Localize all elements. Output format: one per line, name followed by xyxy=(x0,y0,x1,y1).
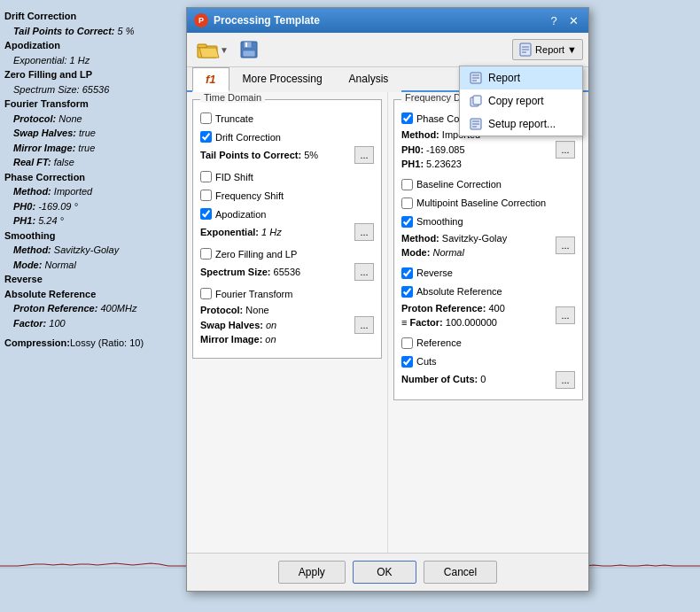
help-button[interactable]: ? xyxy=(546,12,562,28)
drift-correction-section: Drift Correction Tail Points to Correct:… xyxy=(200,131,374,164)
smoothing-section: Smoothing Method: Savitzky-Golay Mode: N… xyxy=(401,216,575,260)
absolute-reference-params: Proton Reference: 400 ≡ Factor: 100.0000… xyxy=(401,301,556,330)
absolute-reference-dots-button[interactable]: ... xyxy=(556,306,575,324)
phase-correction-dots-button[interactable]: ... xyxy=(556,141,575,159)
multipoint-baseline-checkbox-label[interactable]: Multipoint Baseline Correction xyxy=(401,198,575,209)
tab-analysis[interactable]: Analysis xyxy=(336,67,402,92)
apodization-title: Apodization xyxy=(4,38,177,53)
abs-ref-title: Absolute Reference xyxy=(4,287,177,302)
absolute-reference-checkbox[interactable] xyxy=(401,286,413,298)
cancel-button[interactable]: Cancel xyxy=(424,561,497,584)
frequency-shift-checkbox-label[interactable]: Frequency Shift xyxy=(200,190,374,201)
dropdown-item-report[interactable]: Report xyxy=(460,66,582,89)
cuts-checkbox-label[interactable]: Cuts xyxy=(401,356,575,368)
tab-f1[interactable]: f1 xyxy=(192,67,229,92)
fid-shift-checkbox-label[interactable]: FID Shift xyxy=(200,171,374,182)
svg-rect-3 xyxy=(198,44,206,48)
toolbar: ▼ Report xyxy=(187,33,588,67)
dropdown-item-setup-report[interactable]: Setup report... xyxy=(460,112,582,136)
apply-button[interactable]: Apply xyxy=(278,561,346,584)
processing-template-dialog: P Processing Template ? ✕ ▼ xyxy=(186,7,589,592)
left-info-panel: Drift Correction Tail Points to Correct:… xyxy=(4,9,177,351)
fourier-params: Protocol: None Swap Halves: on Mirror Im… xyxy=(200,303,354,347)
report-menu-icon xyxy=(469,71,483,85)
smoothing-checkbox[interactable] xyxy=(401,216,413,228)
phase-correction-checkbox[interactable] xyxy=(401,112,413,124)
drift-correction-title: Drift Correction xyxy=(4,9,177,24)
truncate-checkbox-label[interactable]: Truncate xyxy=(200,112,374,124)
multipoint-baseline-checkbox[interactable] xyxy=(401,198,413,209)
report-icon xyxy=(518,43,533,57)
zero-filling-section: Zero Filling and LP Spectrum Size: 65536… xyxy=(200,248,374,281)
smoothing-checkbox-label[interactable]: Smoothing xyxy=(401,216,575,228)
zero-filling-dots-button[interactable]: ... xyxy=(354,263,374,281)
fourier-checkbox[interactable] xyxy=(200,288,212,299)
absolute-reference-checkbox-label[interactable]: Absolute Reference xyxy=(401,286,575,298)
reverse-checkbox-label[interactable]: Reverse xyxy=(401,267,575,279)
ok-button[interactable]: OK xyxy=(353,561,416,584)
report-dropdown-container: Report ▼ Report xyxy=(512,39,583,60)
tail-points-label: Tail Points to Correct: 5 % xyxy=(13,26,135,36)
cuts-dots-button[interactable]: ... xyxy=(556,371,575,389)
frequency-shift-checkbox[interactable] xyxy=(200,190,212,201)
cuts-params: Number of Cuts: 0 xyxy=(401,372,556,387)
drift-correction-checkbox[interactable] xyxy=(200,131,212,143)
time-domain-group: Time Domain Truncate Drift C xyxy=(192,99,382,359)
apodization-value: Exponential: 1 Hz xyxy=(13,55,89,66)
zero-filling-checkbox[interactable] xyxy=(200,248,212,260)
setup-report-icon xyxy=(469,117,483,131)
apodization-checkbox-label[interactable]: Apodization xyxy=(200,208,374,220)
zero-filling-params: Spectrum Size: 65536 xyxy=(200,265,354,280)
fid-shift-checkbox[interactable] xyxy=(200,171,212,182)
phase-title: Phase Correction xyxy=(4,170,177,185)
drift-correction-checkbox-label[interactable]: Drift Correction xyxy=(200,131,374,143)
report-dropdown-menu: Report Copy report xyxy=(459,66,583,136)
apodization-params: Exponential: 1 Hz xyxy=(200,225,354,240)
cuts-checkbox[interactable] xyxy=(401,356,413,368)
folder-dropdown-arrow: ▼ xyxy=(220,45,229,55)
report-dropdown-arrow: ▼ xyxy=(567,44,577,55)
absolute-reference-section: Absolute Reference Proton Reference: 400… xyxy=(401,286,575,330)
tab-more-processing[interactable]: More Processing xyxy=(229,67,336,92)
cuts-section: Cuts Number of Cuts: 0 ... xyxy=(401,356,575,389)
reverse-checkbox[interactable] xyxy=(401,267,413,279)
reverse-section: Reverse xyxy=(401,267,575,279)
fourier-dots-button[interactable]: ... xyxy=(354,316,374,334)
fid-shift-section: FID Shift xyxy=(200,171,374,182)
smoothing-dots-button[interactable]: ... xyxy=(556,236,575,254)
truncate-section: Truncate xyxy=(200,112,374,124)
apodization-checkbox[interactable] xyxy=(200,208,212,220)
baseline-correction-checkbox-label[interactable]: Baseline Correction xyxy=(401,179,575,190)
reverse-title: Reverse xyxy=(4,272,177,287)
left-column: Time Domain Truncate Drift C xyxy=(187,92,388,553)
reference-checkbox[interactable] xyxy=(401,337,413,349)
reference-checkbox-label[interactable]: Reference xyxy=(401,337,575,349)
baseline-correction-checkbox[interactable] xyxy=(401,179,413,190)
apodization-dots-button[interactable]: ... xyxy=(354,223,374,241)
spectrum-size-value: Spectrum Size: 65536 xyxy=(13,84,109,95)
time-domain-title: Time Domain xyxy=(200,92,265,103)
dialog-titlebar: P Processing Template ? ✕ xyxy=(187,8,588,33)
baseline-correction-section: Baseline Correction xyxy=(401,179,575,190)
save-button[interactable] xyxy=(235,36,263,63)
folder-open-icon xyxy=(197,41,222,58)
report-button[interactable]: Report ▼ xyxy=(512,39,583,60)
report-button-label: Report xyxy=(535,44,564,55)
zero-filling-checkbox-label[interactable]: Zero Filling and LP xyxy=(200,248,374,260)
frequency-domain-group: Frequency Domain Phase Correction Method… xyxy=(393,99,583,400)
svg-rect-7 xyxy=(245,43,247,47)
dropdown-item-copy-report[interactable]: Copy report xyxy=(460,89,582,112)
drift-correction-dots-button[interactable]: ... xyxy=(354,146,374,164)
multipoint-baseline-section: Multipoint Baseline Correction xyxy=(401,198,575,209)
svg-rect-5 xyxy=(244,42,252,48)
close-button[interactable]: ✕ xyxy=(565,12,581,28)
dropdown-report-label: Report xyxy=(488,72,520,84)
svg-rect-6 xyxy=(243,50,255,57)
copy-report-icon xyxy=(469,94,483,108)
open-folder-button[interactable]: ▼ xyxy=(192,37,233,62)
truncate-checkbox[interactable] xyxy=(200,112,212,124)
smoothing-title: Smoothing xyxy=(4,229,177,244)
dialog-title: Processing Template xyxy=(214,14,320,27)
fourier-checkbox-label[interactable]: Fourier Transform xyxy=(200,288,374,299)
fourier-transform-section: Fourier Transform Protocol: None Swap Ha… xyxy=(200,288,374,347)
